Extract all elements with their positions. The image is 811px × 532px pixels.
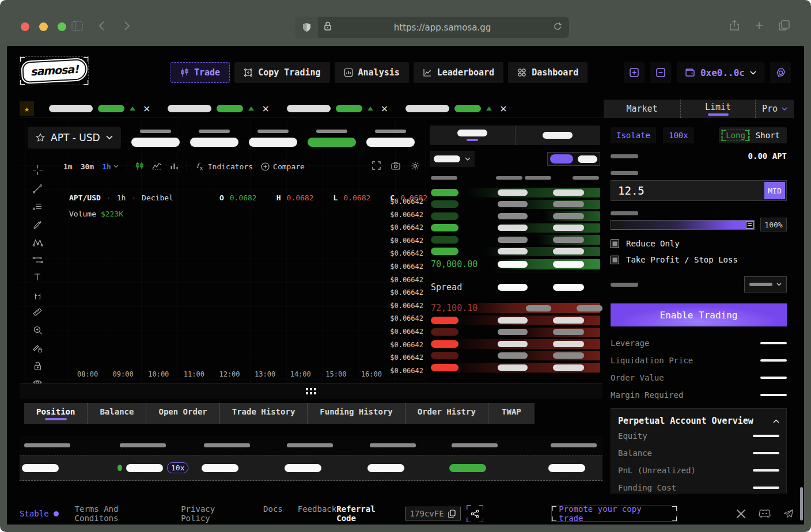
x-twitter-icon[interactable] <box>736 509 746 519</box>
tick-size-dropdown[interactable] <box>430 151 475 167</box>
snapshot-camera-icon[interactable] <box>391 162 400 172</box>
enable-trading-button[interactable]: Enable Trading <box>611 303 787 326</box>
bid-total-row[interactable]: 70,000.00 <box>426 258 602 271</box>
watchlist-item[interactable]: × <box>49 104 150 113</box>
candle-style-icon[interactable] <box>135 161 144 172</box>
share-referral-button[interactable] <box>467 505 484 522</box>
ask-total-row[interactable]: 72,100.10 <box>426 302 602 314</box>
panel-resize-strip[interactable] <box>20 383 602 398</box>
tab-pro[interactable]: Pro <box>755 100 794 118</box>
footer-link-terms-and-conditons[interactable]: Terms And Conditons <box>75 504 166 523</box>
close-icon[interactable]: × <box>262 104 269 113</box>
watchlist-item[interactable]: × <box>406 104 507 113</box>
orderbook-bid-row[interactable] <box>426 187 602 199</box>
tab-twap[interactable]: TWAP <box>488 403 535 424</box>
time-in-force-dropdown[interactable] <box>744 276 787 292</box>
crosshair-icon[interactable] <box>32 165 43 178</box>
nav-trade[interactable]: Trade <box>170 62 230 83</box>
address-bar[interactable]: https://app.samosa.gg <box>295 17 569 38</box>
withdraw-button[interactable] <box>650 62 671 83</box>
nav-analysis[interactable]: Analysis <box>335 62 409 83</box>
overview-header[interactable]: Perpetual Account Overview <box>618 415 779 427</box>
url-text[interactable]: https://app.samosa.gg <box>332 22 553 33</box>
timeframe-30m[interactable]: 30m <box>81 162 94 171</box>
footer-link-privacy-policy[interactable]: Privacy Policy <box>181 504 248 523</box>
magnet-icon[interactable] <box>33 290 43 302</box>
promote-copy-trade-button[interactable]: Promote your copy trade <box>551 506 677 522</box>
copy-icon[interactable] <box>448 510 456 518</box>
orderbook-tab-active[interactable] <box>430 126 515 145</box>
close-icon[interactable]: × <box>499 104 507 113</box>
orderbook-tab-inactive[interactable] <box>515 126 601 145</box>
toggle-option-active[interactable] <box>550 154 573 164</box>
pair-selector[interactable]: APT - USD <box>28 127 121 149</box>
tab-funding-history[interactable]: Funding History <box>307 403 404 424</box>
indicators-button[interactable]: fx Indicators <box>195 162 253 171</box>
ruler-icon[interactable] <box>32 307 43 320</box>
brush-icon[interactable] <box>32 220 43 233</box>
projection-icon[interactable] <box>32 256 43 267</box>
close-icon[interactable]: × <box>381 104 388 113</box>
tab-limit[interactable]: Limit <box>680 100 755 118</box>
draw-lock-icon[interactable] <box>32 343 43 355</box>
close-icon[interactable]: × <box>143 104 150 113</box>
orderbook-display-toggle[interactable] <box>547 152 600 166</box>
nav-copy-trading[interactable]: Copy Trading <box>234 62 329 83</box>
orderbook-ask-row[interactable] <box>426 326 602 339</box>
forward-button-icon[interactable] <box>124 21 131 33</box>
favorites-star-button[interactable]: ★ <box>20 101 34 116</box>
slider-percent[interactable]: 100% <box>760 218 787 231</box>
tab-balance[interactable]: Balance <box>87 403 146 424</box>
drag-handle-icon[interactable] <box>306 388 316 394</box>
star-outline-icon[interactable] <box>36 133 45 142</box>
settings-button[interactable] <box>770 62 791 83</box>
price-input[interactable] <box>611 184 764 197</box>
share-icon[interactable] <box>729 20 740 33</box>
volume-style-icon[interactable] <box>170 162 179 172</box>
orderbook-bid-row[interactable] <box>426 199 602 211</box>
margin-mode-button[interactable]: Isolate <box>611 127 656 143</box>
back-button-icon[interactable] <box>98 21 105 33</box>
parallel-channel-icon[interactable] <box>32 202 43 214</box>
minimize-window-button[interactable] <box>39 22 48 31</box>
orderbook-ask-row[interactable] <box>426 350 602 362</box>
long-button[interactable]: Long <box>721 130 750 141</box>
orderbook-bid-row[interactable] <box>426 222 602 234</box>
footer-link-feedback[interactable]: Feedback <box>298 504 336 523</box>
close-window-button[interactable] <box>21 22 29 31</box>
tab-open-order[interactable]: Open Order <box>146 403 219 424</box>
wallet-button[interactable]: 0xe0..0c <box>677 62 764 83</box>
zoom-window-button[interactable] <box>58 22 66 31</box>
zoom-in-icon[interactable] <box>33 325 43 337</box>
table-row[interactable]: 10x <box>20 455 602 481</box>
nav-leaderboard[interactable]: Leaderboard <box>414 62 503 83</box>
samosa-logo[interactable]: samosa! <box>20 56 89 85</box>
time-axis[interactable]: 08:0009:0010:0011:0012:0013:0014:0015:00… <box>77 370 382 378</box>
orderbook-bid-row[interactable] <box>426 246 602 258</box>
lock-icon[interactable] <box>33 361 42 373</box>
leverage-button[interactable]: 100x <box>663 127 694 143</box>
sidebar-toggle-icon[interactable] <box>71 21 83 33</box>
vertical-scrollbar[interactable] <box>800 487 803 520</box>
trendline-icon[interactable] <box>32 184 43 196</box>
xabcd-pattern-icon[interactable] <box>32 238 43 250</box>
orderbook-bid-row[interactable] <box>426 234 602 246</box>
orderbook-bid-row[interactable] <box>426 210 602 222</box>
reduce-only-checkbox[interactable] <box>611 240 619 248</box>
price-axis[interactable]: $0.06642$0.06642$0.06642$0.06642$0.06642… <box>390 197 423 375</box>
tab-order-histry[interactable]: Order Histry <box>405 403 488 424</box>
text-tool-icon[interactable] <box>33 272 42 284</box>
line-style-icon[interactable] <box>152 162 162 172</box>
new-tab-icon[interactable] <box>755 20 764 33</box>
watchlist-item[interactable]: × <box>287 104 388 113</box>
tab-trade-history[interactable]: Trade History <box>219 403 308 424</box>
timeframe-1h[interactable]: 1h <box>102 162 119 171</box>
compare-button[interactable]: Compare <box>261 162 305 171</box>
tab-market[interactable]: Market <box>604 100 680 118</box>
watchlist-item[interactable]: × <box>168 104 269 113</box>
mid-price-button[interactable]: MID <box>764 182 785 199</box>
toggle-option-inactive[interactable] <box>578 155 597 163</box>
tab-overview-icon[interactable] <box>779 20 790 33</box>
orderbook-ask-row[interactable] <box>426 338 602 350</box>
tab-position[interactable]: Position <box>24 403 87 424</box>
